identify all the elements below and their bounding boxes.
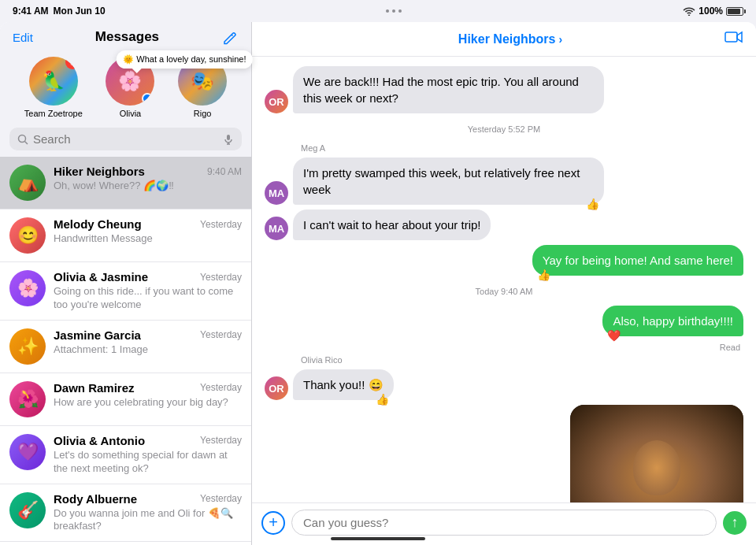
- reaction-heart-5: ❤️: [607, 328, 621, 344]
- mic-icon: [223, 134, 234, 145]
- chat-title-group[interactable]: Hiker Neighbors ›: [458, 32, 562, 46]
- bubble-4: Yay for being home! And same here! 👍: [532, 245, 743, 276]
- messages-container: OR We are back!!! Had the most epic trip…: [252, 57, 756, 502]
- olivia-jasmine-time: Yesterday: [200, 272, 242, 283]
- status-bar-right: 100%: [683, 6, 743, 17]
- olivia-jasmine-preview: Going on this ride... if you want to com…: [54, 285, 242, 312]
- dawn-ramirez-preview: How are you celebrating your big day?: [54, 396, 242, 410]
- pinned-contact-team-zoetrope[interactable]: 🦜 6 Team Zoetrope: [24, 57, 83, 118]
- hiker-neighbors-time: 9:40 AM: [207, 166, 242, 177]
- dawn-ramirez-avatar: 🌺: [9, 381, 46, 417]
- jasmine-garcia-time: Yesterday: [200, 329, 242, 340]
- chat-title-chevron: ›: [558, 33, 562, 46]
- jasmine-garcia-name: Jasmine Garcia: [54, 328, 141, 342]
- message-input[interactable]: [291, 510, 717, 536]
- dot2: [392, 9, 395, 13]
- conversation-olivia-jasmine[interactable]: 🌸 Olivia & Jasmine Yesterday Going on th…: [0, 262, 251, 321]
- compose-icon: [221, 28, 239, 46]
- add-icon: +: [269, 513, 278, 532]
- pinned-contact-olivia[interactable]: 🌞 What a lovely day, sunshine! 🌸 Olivia: [106, 57, 154, 118]
- sidebar-header: Edit Messages: [0, 22, 251, 50]
- melody-header: Melody Cheung Yesterday: [54, 217, 242, 231]
- status-bar-left: 9:41 AM Mon Jun 10: [13, 6, 106, 17]
- jasmine-garcia-header: Jasmine Garcia Yesterday: [54, 328, 242, 342]
- conversation-rody-albuerne[interactable]: 🎸 Rody Albuerne Yesterday Do you wanna j…: [0, 484, 251, 543]
- conversation-hiker-neighbors[interactable]: ⛺ Hiker Neighbors 9:40 AM Oh, wow! Where…: [0, 157, 251, 209]
- conversation-jasmine-garcia[interactable]: ✨ Jasmine Garcia Yesterday Attachment: 1…: [0, 321, 251, 373]
- svg-rect-5: [725, 32, 737, 42]
- video-call-button[interactable]: [724, 30, 743, 48]
- timestamp-today: Today 9:40 AM: [265, 287, 743, 296]
- hiker-neighbors-preview: Oh, wow! Where?? 🌈🌍‼️: [54, 180, 242, 191]
- dawn-ramirez-header: Dawn Ramirez Yesterday: [54, 381, 242, 395]
- olivia-antonio-time: Yesterday: [200, 435, 242, 446]
- message-row-photo: [265, 405, 743, 502]
- hiker-neighbors-avatar: ⛺: [9, 165, 46, 201]
- message-row-1: OR We are back!!! Had the most epic trip…: [265, 66, 743, 113]
- svg-point-0: [19, 135, 26, 142]
- rigo-name: Rigo: [194, 109, 212, 118]
- conversation-melody-cheung[interactable]: 😊 Melody Cheung Yesterday Handwritten Me…: [0, 209, 251, 262]
- olivia-antonio-content: Olivia & Antonio Yesterday Let's do some…: [54, 434, 242, 476]
- bubble-3: I can't wait to hear about your trip!: [293, 209, 491, 240]
- chat-area: Hiker Neighbors › OR We are back!!! Had …: [252, 22, 756, 545]
- bubble-6: Thank you!! 😄 👍: [293, 369, 394, 400]
- melody-avatar: 😊: [9, 217, 46, 254]
- compose-button[interactable]: [221, 28, 239, 46]
- add-attachment-button[interactable]: +: [261, 511, 285, 535]
- bubble-5: Also, happy birthday!!!! ❤️: [602, 306, 743, 336]
- rody-albuerne-name: Rody Albuerne: [54, 492, 137, 506]
- olivia-unread-dot: [142, 93, 153, 104]
- melody-name: Melody Cheung: [54, 217, 142, 231]
- melody-time: Yesterday: [200, 219, 242, 230]
- msg-avatar-ma-2: MA: [265, 217, 288, 240]
- photo-face: [570, 405, 743, 502]
- sender-meg: Meg A: [301, 143, 743, 153]
- bubble-2: I'm pretty swamped this week, but relati…: [293, 158, 604, 205]
- olivia-jasmine-name: Olivia & Jasmine: [54, 270, 148, 284]
- jasmine-garcia-preview: Attachment: 1 Image: [54, 343, 242, 355]
- message-row-5: Also, happy birthday!!!! ❤️: [265, 306, 743, 336]
- app-container: Edit Messages 🦜 6 Team Zoetrope �: [0, 22, 756, 545]
- hiker-neighbors-header: Hiker Neighbors 9:40 AM: [54, 165, 242, 178]
- send-button[interactable]: ↑: [723, 511, 747, 535]
- conversation-olivia-antonio[interactable]: 💜 Olivia & Antonio Yesterday Let's do so…: [0, 426, 251, 484]
- olivia-antonio-name: Olivia & Antonio: [54, 434, 145, 447]
- message-row-2: MA I'm pretty swamped this week, but rel…: [265, 158, 743, 205]
- msg-avatar-or: OR: [265, 90, 288, 113]
- wifi-icon: [683, 6, 695, 16]
- olivia-antonio-preview: Let's do something special for dawn at t…: [54, 449, 242, 476]
- dawn-ramirez-time: Yesterday: [200, 382, 242, 393]
- olivia-antonio-avatar: 💜: [9, 434, 46, 470]
- olivia-name: Olivia: [120, 109, 142, 118]
- dawn-ramirez-content: Dawn Ramirez Yesterday How are you celeb…: [54, 381, 242, 410]
- status-date: Mon Jun 10: [54, 6, 106, 17]
- sidebar: Edit Messages 🦜 6 Team Zoetrope �: [0, 22, 252, 545]
- sender-olivia-rico-1: Olivia Rico: [301, 355, 743, 365]
- status-bar: 9:41 AM Mon Jun 10 100%: [0, 0, 756, 22]
- battery-icon: [726, 7, 743, 16]
- status-bar-center: [386, 9, 402, 13]
- dot3: [398, 9, 402, 13]
- conversation-dawn-ramirez[interactable]: 🌺 Dawn Ramirez Yesterday How are you cel…: [0, 373, 251, 426]
- conversation-antonio-manriquez[interactable]: 🧑 Antonio Manríquez Yesterday: [0, 542, 251, 545]
- send-icon: ↑: [732, 514, 739, 531]
- rody-albuerne-header: Rody Albuerne Yesterday: [54, 492, 242, 506]
- edit-button[interactable]: Edit: [13, 31, 33, 44]
- team-zoetrope-avatar: 🦜 6: [29, 57, 78, 106]
- search-input[interactable]: [33, 132, 218, 146]
- dot1: [386, 9, 389, 13]
- message-row-3: MA I can't wait to hear about your trip!: [265, 209, 743, 240]
- sidebar-title: Messages: [33, 29, 221, 45]
- chat-header: Hiker Neighbors ›: [252, 22, 756, 57]
- jasmine-garcia-avatar: ✨: [9, 328, 46, 365]
- search-bar[interactable]: [9, 128, 242, 150]
- olivia-jasmine-content: Olivia & Jasmine Yesterday Going on this…: [54, 270, 242, 312]
- search-icon: [17, 134, 28, 145]
- msg-avatar-or-2: OR: [265, 376, 288, 400]
- reaction-thumbs-6: 👍: [376, 392, 389, 408]
- status-time: 9:41 AM: [13, 6, 49, 17]
- timestamp-yesterday: Yesterday 5:52 PM: [265, 124, 743, 134]
- olivia-jasmine-avatar: 🌸: [9, 270, 46, 306]
- reaction-thumbs-2: 👍: [586, 197, 599, 213]
